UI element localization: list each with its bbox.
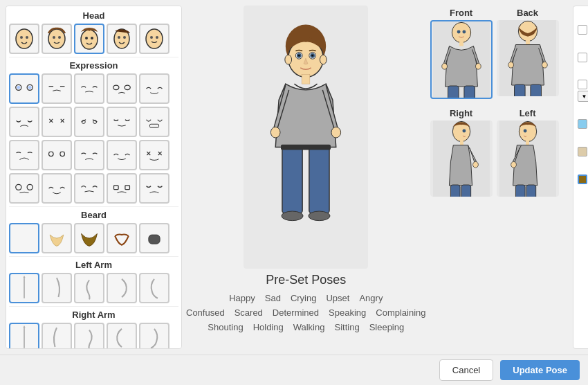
expression-option-13[interactable] bbox=[74, 140, 104, 170]
hair-color-title: Hair bbox=[578, 12, 588, 21]
right-arm-option-1[interactable] bbox=[9, 323, 39, 349]
front-view[interactable] bbox=[430, 20, 493, 99]
expression-option-8[interactable] bbox=[74, 107, 104, 137]
head-option-5[interactable] bbox=[139, 24, 169, 54]
pose-sad[interactable]: Sad bbox=[265, 293, 281, 303]
expression-option-20[interactable] bbox=[139, 173, 169, 204]
svg-point-86 bbox=[523, 129, 526, 133]
svg-point-71 bbox=[508, 62, 513, 68]
right-view-label: Right bbox=[430, 106, 493, 120]
pose-happy[interactable]: Happy bbox=[229, 293, 255, 303]
svg-point-1 bbox=[20, 36, 23, 39]
cancel-button[interactable]: Cancel bbox=[439, 359, 493, 381]
right-arm-option-4[interactable] bbox=[107, 323, 137, 349]
shirt-color-title: Shirt bbox=[578, 106, 588, 116]
beard-section-title: Beard bbox=[9, 210, 178, 220]
pose-confused[interactable]: Confused bbox=[186, 307, 225, 318]
expression-option-14[interactable] bbox=[107, 140, 137, 170]
left-arm-option-3[interactable] bbox=[74, 273, 104, 303]
head-option-2[interactable] bbox=[42, 24, 72, 54]
expression-option-15[interactable] bbox=[139, 140, 169, 170]
beard-option-5[interactable] bbox=[139, 223, 169, 253]
expression-option-4[interactable] bbox=[107, 73, 137, 104]
update-pose-button[interactable]: Update Pose bbox=[500, 360, 580, 380]
expression-option-18[interactable] bbox=[74, 173, 104, 204]
poses-row-2: Confused Scared Determined Speaking Comp… bbox=[186, 307, 426, 318]
expression-option-17[interactable] bbox=[42, 173, 72, 204]
pose-upset[interactable]: Upset bbox=[326, 293, 349, 303]
svg-rect-56 bbox=[281, 145, 331, 150]
head-option-4[interactable] bbox=[107, 24, 137, 54]
head-option-3[interactable] bbox=[74, 24, 104, 54]
skin-swatch-0[interactable] bbox=[578, 53, 587, 62]
svg-rect-33 bbox=[125, 186, 130, 190]
shirt-swatch-0[interactable] bbox=[578, 119, 587, 129]
right-arm-option-5[interactable] bbox=[139, 323, 169, 349]
pose-scared[interactable]: Scared bbox=[235, 307, 263, 318]
skin-color-title: Skin bbox=[578, 39, 588, 49]
back-view[interactable] bbox=[497, 20, 559, 96]
front-view-label: Front bbox=[430, 6, 493, 20]
expression-option-12[interactable] bbox=[42, 140, 72, 170]
back-view-label: Back bbox=[497, 6, 559, 20]
beard-option-2[interactable] bbox=[42, 223, 72, 253]
svg-rect-82 bbox=[461, 185, 471, 197]
svg-point-4 bbox=[53, 36, 55, 39]
expression-option-6[interactable] bbox=[9, 107, 39, 137]
left-arm-section-title: Left Arm bbox=[9, 260, 178, 270]
expression-option-16[interactable] bbox=[9, 173, 39, 204]
expression-option-2[interactable] bbox=[42, 73, 72, 104]
right-view[interactable] bbox=[430, 120, 493, 197]
expression-option-10[interactable] bbox=[139, 107, 169, 137]
poses-section: Pre-Set Poses Happy Sad Crying Upset Ang… bbox=[186, 273, 426, 337]
right-arm-option-3[interactable] bbox=[74, 323, 104, 349]
expression-option-7[interactable] bbox=[42, 107, 72, 137]
pants-color-title: Pants bbox=[578, 134, 588, 143]
head-option-1[interactable] bbox=[9, 24, 39, 54]
eyes-color-dropdown[interactable]: ▼ bbox=[578, 91, 588, 102]
pose-sleeping[interactable]: Sleeping bbox=[369, 322, 405, 332]
pose-complaining[interactable]: Complaining bbox=[376, 307, 425, 318]
hair-swatch-0[interactable] bbox=[578, 25, 587, 35]
right-arm-option-2[interactable] bbox=[42, 323, 72, 349]
pose-angry[interactable]: Angry bbox=[359, 293, 383, 303]
pose-sitting[interactable]: Sitting bbox=[334, 322, 359, 332]
expression-option-3[interactable] bbox=[74, 73, 104, 104]
hair-color-row: ▼ bbox=[578, 24, 588, 35]
beard-option-4[interactable] bbox=[107, 223, 137, 253]
left-arm-option-4[interactable] bbox=[107, 273, 137, 303]
expression-option-19[interactable] bbox=[107, 173, 137, 204]
svg-point-58 bbox=[309, 211, 330, 221]
svg-rect-62 bbox=[459, 42, 463, 46]
left-arm-option-5[interactable] bbox=[139, 273, 169, 303]
pants-swatch-0[interactable] bbox=[578, 147, 587, 156]
svg-rect-87 bbox=[526, 141, 529, 145]
svg-point-19 bbox=[113, 85, 119, 90]
shoes-swatch-0[interactable] bbox=[578, 174, 587, 184]
pose-holding[interactable]: Holding bbox=[253, 322, 284, 332]
expression-option-9[interactable] bbox=[107, 107, 137, 137]
left-panel: Head Expression bbox=[6, 6, 182, 349]
expression-grid-row4 bbox=[9, 173, 178, 204]
left-arm-option-2[interactable] bbox=[42, 273, 72, 303]
eyes-swatch-0[interactable] bbox=[578, 80, 587, 89]
expression-option-1[interactable] bbox=[9, 73, 39, 104]
expression-grid-row3 bbox=[9, 140, 178, 170]
expression-option-11[interactable] bbox=[9, 140, 39, 170]
beard-option-3[interactable] bbox=[74, 223, 104, 253]
shoes-color-row: ▼ bbox=[578, 174, 588, 185]
pose-speaking[interactable]: Speaking bbox=[329, 307, 366, 318]
pose-shouting[interactable]: Shouting bbox=[208, 322, 243, 332]
svg-rect-65 bbox=[448, 86, 459, 99]
beard-option-1[interactable] bbox=[9, 223, 39, 253]
left-arm-option-1[interactable] bbox=[9, 273, 39, 303]
pose-walking[interactable]: Walking bbox=[293, 322, 325, 332]
expression-option-5[interactable] bbox=[139, 73, 169, 104]
pose-crying[interactable]: Crying bbox=[291, 293, 317, 303]
svg-point-49 bbox=[285, 55, 292, 64]
pose-determined[interactable]: Determined bbox=[273, 307, 319, 318]
left-view[interactable] bbox=[497, 120, 559, 197]
svg-point-28 bbox=[49, 152, 54, 156]
svg-point-60 bbox=[457, 30, 460, 34]
svg-point-59 bbox=[452, 22, 470, 42]
